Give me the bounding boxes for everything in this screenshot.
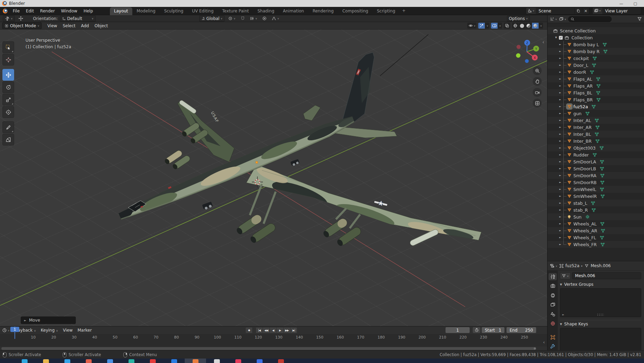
- use-preview-range-button[interactable]: [473, 327, 480, 333]
- timeline-editor-type-button[interactable]: ∨: [2, 328, 10, 333]
- outliner-object-row[interactable]: ► Inter_BL: [548, 131, 644, 138]
- transform-orientation-dropdown[interactable]: Global ∨: [199, 16, 225, 22]
- workspace-tab[interactable]: Rendering: [308, 7, 338, 15]
- object-name[interactable]: SmWheelL: [573, 187, 596, 192]
- axis-neg-y-ball[interactable]: [516, 53, 521, 58]
- show-gizmo-toggle[interactable]: [478, 23, 485, 29]
- tool-move[interactable]: [2, 69, 14, 81]
- outliner-object-row[interactable]: ► SmWheelR: [548, 193, 644, 200]
- mode-dropdown[interactable]: Object Mode ∨: [2, 22, 42, 29]
- viewport-menu[interactable]: Add: [78, 23, 92, 29]
- expand-arrow-icon[interactable]: ►: [559, 84, 561, 87]
- zoom-button[interactable]: [533, 66, 542, 75]
- timeline-menu[interactable]: View: [60, 327, 75, 333]
- shape-keys-panel-header[interactable]: ▼ Shape Keys: [560, 320, 641, 328]
- object-name[interactable]: Inter_BR: [573, 139, 592, 144]
- camera-view-button[interactable]: [533, 88, 542, 97]
- tool-annotate[interactable]: [2, 121, 14, 133]
- object-name[interactable]: Flaps_AL: [573, 77, 592, 82]
- expand-arrow-icon[interactable]: ►: [559, 222, 561, 225]
- object-name[interactable]: cockpit: [573, 56, 589, 61]
- outliner-object-row[interactable]: ► stab_L: [548, 200, 644, 206]
- shading-rendered-button[interactable]: [532, 23, 539, 29]
- aircraft-model[interactable]: USAF: [114, 52, 481, 248]
- workspace-tab[interactable]: Layout: [110, 7, 132, 15]
- outliner-object-row[interactable]: ► Bomb bay R: [548, 48, 644, 55]
- expand-arrow-icon[interactable]: ►: [559, 64, 561, 67]
- tool-transform[interactable]: [2, 106, 14, 118]
- object-name[interactable]: SmDoorLB: [573, 166, 596, 171]
- xray-toggle[interactable]: [504, 23, 510, 29]
- viewport-menu[interactable]: Select: [60, 23, 78, 29]
- expand-arrow-icon[interactable]: ►: [559, 71, 561, 73]
- object-name[interactable]: Bomb bay R: [573, 49, 600, 54]
- unlink-scene-button[interactable]: ✕: [582, 8, 589, 14]
- object-name[interactable]: Inter_AL: [573, 118, 591, 123]
- expand-arrow-icon[interactable]: ►: [559, 209, 561, 211]
- object-name[interactable]: Wheels_FL: [573, 235, 596, 240]
- expand-arrow-icon[interactable]: ►: [559, 126, 561, 129]
- object-name[interactable]: SmDoorRA: [573, 173, 596, 178]
- transport-button[interactable]: ▶|: [290, 327, 297, 333]
- outliner-object-row[interactable]: ► Flaps_BR: [548, 96, 644, 103]
- outliner-object-row[interactable]: ► SmDoorLB: [548, 165, 644, 172]
- expand-arrow-icon[interactable]: ►: [559, 112, 561, 115]
- object-name[interactable]: Sun: [573, 214, 582, 220]
- workspace-tab[interactable]: Sculpting: [160, 7, 187, 15]
- object-name[interactable]: SmDoorLA: [573, 159, 596, 164]
- expand-arrow-icon[interactable]: ►: [559, 105, 561, 108]
- shading-wireframe-button[interactable]: [512, 23, 519, 29]
- tool-select-box[interactable]: [2, 41, 14, 53]
- expand-arrow-icon[interactable]: ►: [559, 91, 561, 94]
- filter-icon[interactable]: [637, 17, 642, 21]
- outliner-object-row[interactable]: ► Sun: [548, 213, 644, 220]
- outliner-object-row[interactable]: ► Inter_BR: [548, 138, 644, 144]
- collection-row[interactable]: ▼ ✓ Collection: [548, 34, 644, 41]
- transport-button[interactable]: ●: [246, 327, 252, 333]
- shading-material-button[interactable]: [525, 23, 532, 29]
- expand-arrow-icon[interactable]: ►: [559, 57, 561, 60]
- tab-output[interactable]: [549, 292, 557, 299]
- outliner-object-row[interactable]: ► Flaps_BL: [548, 89, 644, 96]
- workspace-tab[interactable]: UV Editing: [188, 7, 218, 15]
- outliner-object-row[interactable]: ► Wheels_FR: [548, 241, 644, 248]
- minimize-button[interactable]: —: [620, 1, 623, 6]
- pan-button[interactable]: [533, 77, 542, 86]
- viewport-3d[interactable]: USAF: [0, 22, 547, 326]
- outliner-object-row[interactable]: ► gun: [548, 110, 644, 117]
- outliner-object-row[interactable]: ► fuz52a: [548, 103, 644, 110]
- tab-render[interactable]: [549, 282, 557, 290]
- expand-arrow-icon[interactable]: ►: [559, 153, 561, 156]
- show-overlays-toggle[interactable]: [491, 23, 498, 29]
- taskbar-app-icon[interactable]: [14, 359, 35, 363]
- object-name[interactable]: Inter_AR: [573, 125, 592, 130]
- proportional-editing-icon[interactable]: [261, 16, 268, 21]
- outliner-object-row[interactable]: ► SmDoorRA: [548, 172, 644, 179]
- workspace-tab[interactable]: Scripting: [373, 7, 399, 15]
- object-name[interactable]: fuz52a: [573, 104, 588, 109]
- outliner-object-row[interactable]: ► stab_R: [548, 206, 644, 213]
- blender-menu-icon[interactable]: [3, 9, 8, 13]
- current-frame-field[interactable]: 1: [446, 327, 470, 333]
- breadcrumb-object-name[interactable]: fuz52a: [565, 263, 580, 268]
- snap-toggle-icon[interactable]: [239, 16, 246, 21]
- timeline-collapse-arrow[interactable]: ‹: [543, 340, 545, 345]
- tool-rotate[interactable]: [2, 81, 14, 93]
- shading-solid-button[interactable]: [519, 23, 525, 29]
- viewport-menu[interactable]: View: [44, 23, 60, 29]
- expand-arrow-icon[interactable]: ►: [559, 50, 561, 53]
- expand-arrow-icon[interactable]: ►: [559, 78, 561, 80]
- taskbar-app-icon[interactable]: [270, 359, 292, 363]
- expand-arrow-icon[interactable]: ►: [559, 181, 561, 184]
- workspace-tab[interactable]: Modeling: [133, 7, 160, 15]
- tab-world[interactable]: [549, 320, 557, 327]
- vertex-groups-list[interactable]: ►: [560, 288, 641, 317]
- tab-modifiers[interactable]: [549, 343, 557, 350]
- gizmo-dropdown[interactable]: ∨: [485, 23, 489, 29]
- tool-scale[interactable]: [2, 94, 14, 105]
- shape-keys-list[interactable]: [560, 328, 641, 350]
- proportional-falloff-dropdown[interactable]: ∨: [270, 16, 281, 21]
- workspace-tab[interactable]: Shading: [253, 7, 278, 15]
- object-name[interactable]: stab_L: [573, 201, 587, 206]
- taskbar-app-icon[interactable]: [142, 359, 163, 363]
